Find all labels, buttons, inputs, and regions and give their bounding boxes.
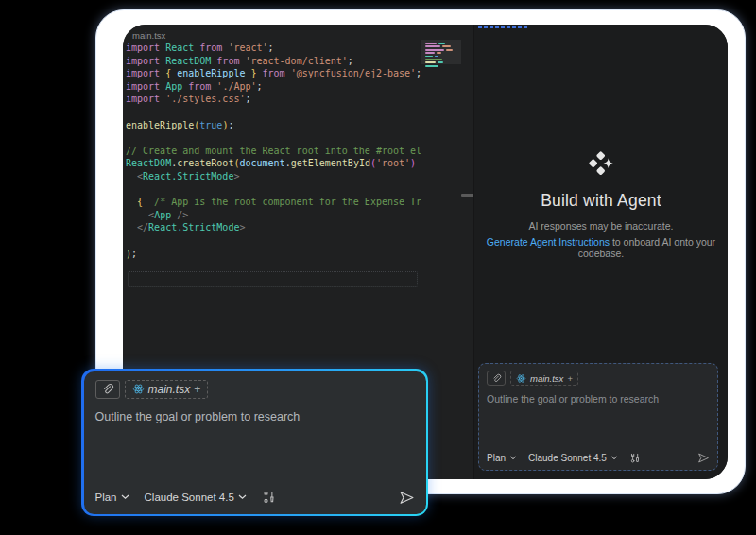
code-line: ReactDOM.createRoot(document.getElementB… [126, 157, 421, 170]
code-line: // Create and mount the React root into … [126, 145, 421, 158]
code-line: enableRipple(true); [126, 119, 421, 132]
chevron-down-icon [509, 456, 517, 460]
chevron-down-icon [238, 494, 247, 500]
code-line: <App /> [126, 209, 421, 222]
mode-select[interactable]: Plan [487, 453, 517, 463]
context-chip-main-tsx[interactable]: main.tsx + [125, 380, 209, 399]
overlay-chat-input-box: main.tsx + Outline the goal or problem t… [84, 371, 426, 514]
react-icon [132, 383, 145, 395]
agent-sparkle-diamonds-icon [589, 151, 614, 176]
send-button[interactable] [399, 490, 415, 506]
code-line: import './styles.css'; [126, 93, 421, 106]
paperclip-icon[interactable] [95, 380, 120, 399]
highlighted-chat-overlay: main.tsx + Outline the goal or problem t… [81, 369, 428, 516]
code-line: { /* App is the root component for the E… [126, 196, 421, 209]
code-line: import React from 'react'; [126, 42, 421, 55]
agent-panel-title: Build with Agent [474, 191, 728, 211]
code-line [126, 183, 421, 197]
context-chip-main-tsx[interactable]: main.tsx + [510, 371, 578, 386]
code-line [126, 106, 421, 119]
agent-instructions-line: Generate Agent Instructions to onboard A… [474, 236, 728, 259]
code-line: <React.StrictMode> [126, 170, 421, 183]
chevron-down-icon [121, 494, 129, 500]
chat-input[interactable]: Outline the goal or problem to research [95, 410, 415, 423]
add-context-button[interactable]: + [194, 383, 200, 396]
editor-tab-main-tsx[interactable]: main.tsx [132, 30, 165, 41]
mode-select[interactable]: Plan [95, 492, 129, 503]
code-line [126, 131, 421, 145]
scrollbar-thumb[interactable] [461, 194, 473, 197]
ai-disclaimer-text: AI responses may be inaccurate. [474, 220, 728, 232]
react-icon [516, 373, 526, 384]
tools-icon[interactable] [629, 453, 641, 464]
context-chip-label: main.tsx [148, 383, 191, 396]
model-select[interactable]: Claude Sonnet 4.5 [145, 492, 247, 503]
send-icon [399, 490, 415, 506]
chevron-down-icon [610, 456, 618, 460]
generate-agent-instructions-link[interactable]: Generate Agent Instructions [487, 236, 610, 248]
code-line: ); [126, 248, 421, 261]
code-line [126, 234, 421, 248]
send-icon [697, 452, 710, 464]
code-line: import { enableRipple } from '@syncfusio… [126, 67, 421, 80]
send-button[interactable] [697, 452, 710, 464]
code-line: import ReactDOM from 'react-dom/client'; [126, 55, 421, 68]
session-tab-indicator [478, 26, 527, 28]
agent-chat-input-box: main.tsx + Outline the goal or problem t… [478, 363, 718, 471]
add-context-button[interactable]: + [567, 373, 573, 384]
minimap[interactable] [423, 38, 459, 274]
paperclip-icon[interactable] [487, 371, 506, 386]
inline-widget-outline [128, 271, 418, 287]
code-content[interactable]: import React from 'react';import ReactDO… [126, 42, 421, 260]
agent-chat-panel: Build with Agent AI responses may be ina… [474, 25, 728, 479]
code-line: import App from './App'; [126, 80, 421, 94]
chat-input[interactable]: Outline the goal or problem to research [487, 393, 710, 405]
model-select[interactable]: Claude Sonnet 4.5 [528, 453, 618, 463]
code-line: </React.StrictMode> [126, 221, 421, 234]
tools-icon[interactable] [262, 491, 276, 505]
context-chip-label: main.tsx [530, 373, 563, 384]
